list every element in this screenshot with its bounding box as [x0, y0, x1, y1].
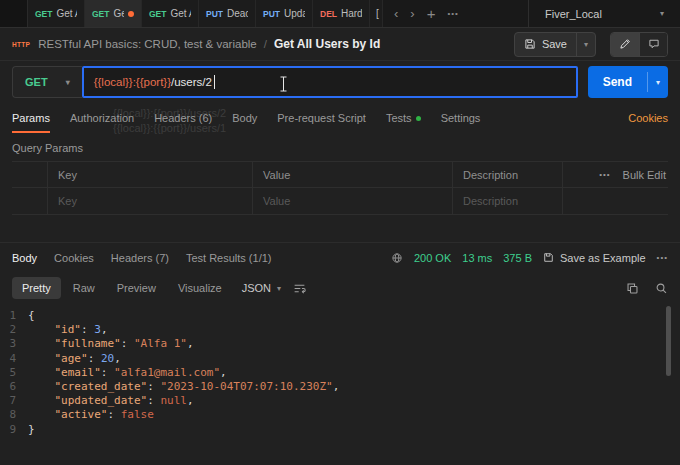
code-token — [28, 380, 55, 393]
table-more-icon[interactable]: ••• — [599, 170, 610, 179]
description-input[interactable]: Description — [453, 188, 563, 214]
partial-tab[interactable]: [ — [370, 0, 383, 27]
code-token: "age" — [55, 352, 88, 365]
value-input[interactable]: Value — [253, 188, 453, 214]
line-number: 9 — [0, 423, 28, 437]
edit-button[interactable] — [611, 33, 639, 56]
new-tab-button[interactable]: + — [427, 6, 436, 21]
code-token: : — [81, 323, 94, 336]
search-icon[interactable] — [655, 282, 668, 295]
query-params-title: Query Params — [0, 133, 680, 161]
save-icon — [524, 38, 536, 50]
vertical-scrollbar[interactable] — [666, 306, 671, 376]
environment-selector[interactable]: Fiver_Local ▾ — [528, 0, 680, 27]
network-globe-icon[interactable] — [391, 252, 403, 264]
tab-options-icon[interactable]: ••• — [447, 9, 458, 18]
save-button[interactable]: Save ▾ — [514, 32, 596, 57]
tab-method-label: PUT — [206, 9, 223, 19]
save-as-example-button[interactable]: Save as Example — [543, 252, 646, 264]
code-token: } — [28, 423, 35, 436]
request-section-tab-authorization[interactable]: Authorization — [70, 103, 134, 133]
request-tab[interactable]: DELHard D — [313, 0, 370, 27]
line-number: 5 — [0, 366, 28, 380]
response-header: BodyCookiesHeaders (7)Test Results (1/1)… — [0, 243, 680, 272]
code-text: "age": 20, — [28, 352, 121, 366]
view-tab-raw[interactable]: Raw — [63, 277, 105, 299]
response-tab-test-results[interactable]: Test Results (1/1) — [186, 252, 272, 264]
row-controls — [563, 188, 668, 214]
language-label: JSON — [242, 282, 271, 294]
send-options-chevron[interactable]: ▾ — [648, 78, 668, 87]
chevron-down-icon: ▾ — [277, 284, 281, 293]
request-section-tab-settings[interactable]: Settings — [441, 103, 481, 133]
code-token: "active" — [55, 408, 108, 421]
response-size[interactable]: 375 B — [503, 252, 532, 264]
view-tab-preview[interactable]: Preview — [107, 277, 166, 299]
request-section-tab-params[interactable]: Params — [12, 103, 50, 133]
response-tools — [626, 282, 668, 295]
code-text: "id": 3, — [28, 323, 108, 337]
breadcrumb-actions: Save ▾ — [514, 32, 668, 57]
response-body-code[interactable]: 1{2 "id": 3,3 "fullname": "Alfa 1",4 "ag… — [0, 306, 680, 437]
scroll-tabs-right-icon[interactable]: › — [410, 7, 414, 20]
language-selector[interactable]: JSON ▾ — [242, 282, 281, 294]
table-row: Key Value Description — [12, 188, 668, 215]
column-header-description: Description — [453, 162, 563, 187]
wrap-text-icon — [293, 282, 306, 295]
tab-label: Authorization — [70, 112, 134, 124]
comment-icon — [648, 38, 660, 50]
request-section-tab-pre-request-script[interactable]: Pre-request Script — [277, 103, 366, 133]
request-section-tab-headers[interactable]: Headers (6) — [154, 103, 212, 133]
response-tab-cookies[interactable]: Cookies — [54, 252, 94, 264]
request-tab[interactable]: GETGet All — [28, 0, 85, 27]
response-meta: 200 OK 13 ms 375 B Save as Example ••• — [391, 252, 668, 264]
code-token: { — [28, 309, 35, 322]
tab-label: Headers (6) — [154, 112, 212, 124]
breadcrumb-collection[interactable]: RESTful API basics: CRUD, test & variabl… — [38, 38, 257, 50]
code-token: : — [121, 337, 134, 350]
scroll-tabs-left-icon[interactable]: ‹ — [394, 7, 398, 20]
line-number: 1 — [0, 309, 28, 323]
method-selector[interactable]: GET ▾ — [12, 66, 82, 98]
line-number: 7 — [0, 394, 28, 408]
code-token — [28, 352, 55, 365]
response-tab-headers[interactable]: Headers (7) — [111, 252, 169, 264]
unsaved-dot — [128, 11, 134, 17]
request-section-tab-tests[interactable]: Tests — [386, 103, 421, 133]
cookies-link[interactable]: Cookies — [628, 112, 668, 124]
code-line: 8 "active": false — [0, 408, 680, 422]
code-text: } — [28, 423, 35, 437]
request-tab[interactable]: PUTUpdate — [256, 0, 313, 27]
request-section-tab-body[interactable]: Body — [232, 103, 257, 133]
line-number: 6 — [0, 380, 28, 394]
response-tab-body[interactable]: Body — [12, 252, 37, 264]
key-input[interactable]: Key — [48, 188, 253, 214]
code-line: 5 "email": "alfa1@mail.com", — [0, 366, 680, 380]
tab-method-label: GET — [92, 9, 109, 19]
tab-label: Settings — [441, 112, 481, 124]
code-line: 2 "id": 3, — [0, 323, 680, 337]
view-tab-visualize[interactable]: Visualize — [168, 277, 232, 299]
request-tab[interactable]: PUTDeactiv — [199, 0, 256, 27]
response-more-icon[interactable]: ••• — [657, 253, 668, 262]
code-token: "fullname" — [55, 337, 121, 350]
save-button-main[interactable]: Save — [515, 33, 576, 56]
code-token: , — [114, 352, 121, 365]
status-badge[interactable]: 200 OK — [414, 252, 451, 264]
response-time[interactable]: 13 ms — [462, 252, 492, 264]
tab-method-label: DEL — [320, 9, 337, 19]
tab-method-label: PUT — [263, 9, 280, 19]
request-tab[interactable]: GETGet Ac — [142, 0, 199, 27]
comments-button[interactable] — [639, 33, 667, 56]
url-input[interactable]: {{local}}:{{port}}/users/2 — [82, 66, 578, 98]
save-options-chevron[interactable]: ▾ — [577, 40, 595, 49]
format-button[interactable] — [293, 282, 306, 295]
breadcrumb-row: HTTP RESTful API basics: CRUD, test & va… — [0, 28, 680, 61]
copy-icon[interactable] — [626, 282, 639, 295]
view-tab-pretty[interactable]: Pretty — [12, 277, 61, 299]
code-token: : — [147, 380, 160, 393]
send-button[interactable]: Send ▾ — [588, 66, 668, 98]
select-column — [12, 162, 48, 187]
request-tab[interactable]: GETGet — [85, 0, 142, 27]
bulk-edit-button[interactable]: Bulk Edit — [623, 169, 666, 181]
